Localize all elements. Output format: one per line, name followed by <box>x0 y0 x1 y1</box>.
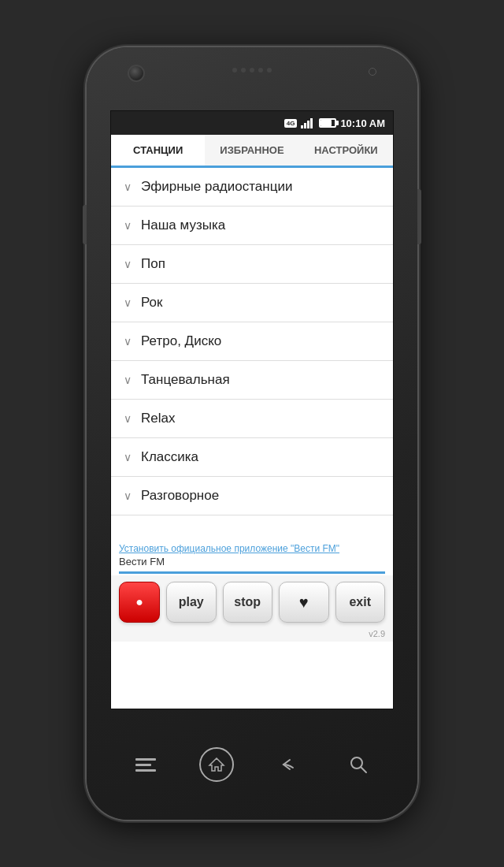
phone-body: 4G 10:10 AM СТАНЦИИ ИЗБРАННОЕ НАСТРОЙКИ <box>87 47 417 820</box>
progress-line <box>119 571 385 574</box>
list-item[interactable]: ∨ Классика <box>111 438 393 477</box>
phone-top <box>87 47 417 110</box>
station-name: Рок <box>141 295 162 311</box>
svg-rect-1 <box>304 123 306 128</box>
svg-rect-6 <box>135 769 156 772</box>
list-item[interactable]: ∨ Наша музыка <box>111 207 393 245</box>
svg-rect-2 <box>307 121 309 128</box>
current-station: Вести FM <box>119 556 165 567</box>
status-icons: 4G 10:10 AM <box>284 117 385 129</box>
list-item[interactable]: ∨ Разговорное <box>111 477 393 515</box>
chevron-icon: ∨ <box>124 374 132 386</box>
station-name: Ретро, Диско <box>141 333 221 349</box>
list-item[interactable]: ∨ Рок <box>111 284 393 322</box>
status-bar: 4G 10:10 AM <box>111 111 393 135</box>
list-item[interactable]: ∨ Relax <box>111 400 393 438</box>
home-nav-button[interactable] <box>199 747 234 782</box>
station-list: ∨ Эфирные радиостанции ∨ Наша музыка ∨ П… <box>111 168 393 538</box>
signal-icon <box>301 117 315 128</box>
chevron-icon: ∨ <box>124 258 132 270</box>
chevron-icon: ∨ <box>124 180 132 193</box>
clock: 10:10 AM <box>340 117 385 129</box>
svg-rect-0 <box>301 125 303 128</box>
network-badge: 4G <box>284 119 298 128</box>
record-button[interactable]: ● <box>119 582 160 623</box>
search-icon <box>349 755 368 774</box>
back-icon <box>277 757 298 772</box>
phone-screen: 4G 10:10 AM СТАНЦИИ ИЗБРАННОЕ НАСТРОЙКИ <box>110 110 394 709</box>
svg-rect-4 <box>135 758 156 761</box>
svg-rect-3 <box>310 118 313 128</box>
exit-button[interactable]: exit <box>335 582 386 623</box>
version-label: v2.9 <box>111 629 393 642</box>
controls-bar: ● play stop ♥ exit <box>111 575 393 629</box>
home-icon <box>208 756 225 773</box>
front-camera <box>128 65 145 82</box>
list-item[interactable]: ∨ Ретро, Диско <box>111 322 393 361</box>
sensor <box>369 68 376 76</box>
power-button[interactable] <box>417 189 421 244</box>
menu-nav-button[interactable] <box>128 747 163 782</box>
favorite-button[interactable]: ♥ <box>279 582 329 623</box>
info-bar: Установить официальное приложение "Вести… <box>111 538 393 575</box>
svg-line-9 <box>361 767 366 772</box>
battery-icon <box>319 118 336 128</box>
search-nav-button[interactable] <box>341 747 376 782</box>
station-name: Классика <box>141 449 198 465</box>
svg-marker-7 <box>209 758 224 771</box>
station-name: Поп <box>141 256 165 272</box>
station-name: Танцевальная <box>141 372 230 388</box>
install-link[interactable]: Установить официальное приложение "Вести… <box>119 543 385 554</box>
list-item[interactable]: ∨ Танцевальная <box>111 361 393 400</box>
earpiece-speaker <box>232 68 272 73</box>
station-name: Разговорное <box>141 488 219 504</box>
menu-icon <box>135 757 156 772</box>
chevron-icon: ∨ <box>124 489 132 502</box>
chevron-icon: ∨ <box>124 335 132 348</box>
list-item[interactable]: ∨ Эфирные радиостанции <box>111 168 393 207</box>
tab-settings[interactable]: НАСТРОЙКИ <box>299 135 393 168</box>
station-name: Relax <box>141 411 175 426</box>
back-nav-button[interactable] <box>270 747 305 782</box>
station-name: Наша музыка <box>141 218 225 233</box>
chevron-icon: ∨ <box>124 412 132 425</box>
volume-button[interactable] <box>83 205 87 244</box>
play-button[interactable]: play <box>166 582 217 623</box>
chevron-icon: ∨ <box>124 296 132 309</box>
svg-rect-5 <box>135 764 151 766</box>
chevron-icon: ∨ <box>124 451 132 463</box>
tab-stations[interactable]: СТАНЦИИ <box>111 135 205 168</box>
chevron-icon: ∨ <box>124 219 132 232</box>
list-item[interactable]: ∨ Поп <box>111 245 393 284</box>
phone-navigation <box>87 709 417 820</box>
tab-favorites[interactable]: ИЗБРАННОЕ <box>205 135 298 168</box>
app-tabs: СТАНЦИИ ИЗБРАННОЕ НАСТРОЙКИ <box>111 135 393 168</box>
station-name: Эфирные радиостанции <box>141 179 292 195</box>
stop-button[interactable]: stop <box>223 582 273 623</box>
